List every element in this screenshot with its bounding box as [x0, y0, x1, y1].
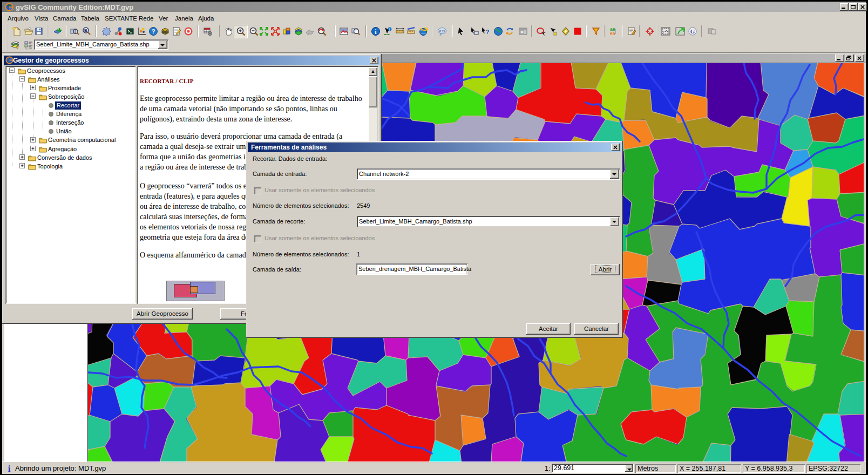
svg-text:?: ? — [486, 29, 490, 35]
svg-text:i: i — [389, 28, 390, 31]
svg-text:G: G — [690, 28, 695, 35]
svg-text:B: B — [84, 28, 87, 33]
svg-text:?: ? — [152, 28, 155, 35]
svg-text:i: i — [8, 464, 11, 472]
svg-text:ea: ea — [610, 31, 615, 36]
svg-text:EJS: EJS — [439, 30, 445, 33]
